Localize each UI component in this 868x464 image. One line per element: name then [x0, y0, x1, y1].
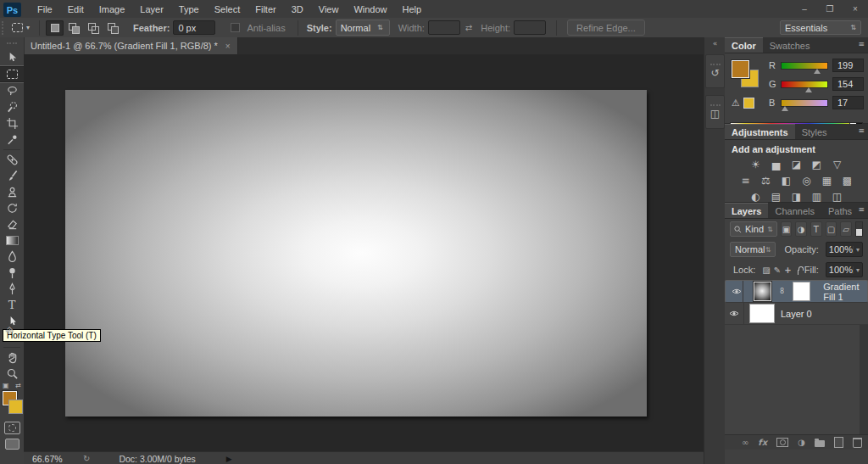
minimize-button[interactable]: – — [792, 4, 817, 14]
tab-swatches[interactable]: Swatches — [763, 38, 817, 53]
selective-color-icon[interactable]: ◫ — [830, 190, 844, 203]
levels-icon[interactable]: ▅ — [769, 158, 783, 171]
horizontal-type-tool[interactable]: T — [1, 297, 23, 313]
blend-mode-select[interactable]: Normal ⇅ — [730, 242, 776, 257]
visibility-toggle[interactable] — [725, 303, 744, 324]
black-white-icon[interactable]: ◧ — [779, 174, 793, 187]
brightness-contrast-icon[interactable]: ☀ — [748, 158, 763, 171]
panel-menu-icon[interactable]: ≡ — [858, 40, 865, 48]
red-slider[interactable] — [781, 62, 828, 70]
lock-transparency-icon[interactable]: ▨ — [762, 266, 770, 275]
menu-view[interactable]: View — [311, 4, 347, 14]
eraser-tool[interactable] — [1, 216, 23, 232]
close-tab-icon[interactable]: × — [225, 42, 231, 51]
color-lookup-icon[interactable]: ▩ — [840, 174, 854, 187]
layer-name[interactable]: Gradient Fill 1 — [823, 282, 863, 302]
selection-mode-subtract-button[interactable] — [85, 20, 103, 36]
lock-pixels-icon[interactable]: ✎ — [774, 266, 781, 275]
link-layers-icon[interactable]: ∞ — [742, 438, 748, 447]
selection-mode-add-button[interactable] — [65, 20, 83, 36]
eyedropper-tool[interactable] — [1, 131, 23, 148]
menu-edit[interactable]: Edit — [60, 4, 92, 14]
blur-tool[interactable] — [1, 249, 23, 265]
default-colors-icon[interactable]: ▣ — [3, 382, 9, 389]
visibility-toggle[interactable] — [730, 281, 743, 302]
background-color-swatch[interactable] — [8, 400, 23, 414]
menu-help[interactable]: Help — [395, 4, 430, 14]
pen-tool[interactable] — [1, 281, 23, 297]
height-input[interactable] — [514, 20, 546, 35]
filter-shape-layers-icon[interactable]: ▢ — [826, 221, 837, 237]
document-tab[interactable]: Untitled-1 @ 66.7% (Gradient Fill 1, RGB… — [24, 37, 238, 54]
panel-menu-icon[interactable]: ≡ — [858, 126, 865, 135]
posterize-icon[interactable]: ▤ — [769, 190, 783, 203]
menu-image[interactable]: Image — [92, 4, 133, 14]
exposure-icon[interactable]: ◩ — [810, 158, 824, 171]
status-options-arrow[interactable]: ▶ — [226, 455, 232, 463]
filter-pixel-layers-icon[interactable]: ▣ — [781, 221, 793, 237]
filter-kind-select[interactable]: Kind ⇅ — [730, 221, 777, 237]
tab-layers[interactable]: Layers — [725, 203, 768, 218]
menu-window[interactable]: Window — [346, 4, 394, 14]
menu-3d[interactable]: 3D — [284, 4, 311, 14]
selection-mode-new-button[interactable] — [46, 20, 64, 36]
menu-file[interactable]: File — [30, 4, 60, 14]
blue-slider[interactable] — [781, 99, 828, 107]
photo-filter-icon[interactable]: ◎ — [799, 174, 814, 187]
lasso-tool[interactable] — [1, 83, 23, 99]
green-slider[interactable] — [781, 81, 828, 88]
menu-filter[interactable]: Filter — [248, 4, 283, 14]
layer-thumbnail[interactable] — [749, 304, 775, 323]
add-layer-mask-icon[interactable] — [776, 438, 788, 447]
zoom-tool[interactable] — [1, 366, 23, 382]
lock-all-icon[interactable] — [798, 270, 798, 275]
brush-tool[interactable] — [1, 168, 23, 184]
spot-healing-brush-tool[interactable] — [1, 152, 23, 168]
gamut-warning-icon[interactable]: ⚠ — [732, 98, 740, 109]
width-input[interactable] — [428, 20, 460, 35]
layer-row-gradient-fill[interactable]: 8 Gradient Fill 1 — [725, 280, 868, 303]
new-group-icon[interactable] — [815, 439, 825, 447]
history-panel-button[interactable]: ↺ — [705, 54, 725, 88]
move-tool[interactable] — [1, 49, 23, 65]
zoom-level-field[interactable]: 66.67% — [32, 454, 75, 464]
clone-stamp-tool[interactable] — [1, 184, 23, 200]
invert-icon[interactable]: ◐ — [748, 190, 763, 203]
restore-button[interactable]: ❐ — [817, 4, 843, 14]
gradient-tool[interactable] — [1, 232, 23, 249]
history-brush-tool[interactable] — [1, 200, 23, 216]
screen-mode-button[interactable] — [1, 436, 23, 452]
opacity-field[interactable]: 100% ▾ — [826, 242, 863, 257]
close-button[interactable]: × — [843, 4, 868, 14]
threshold-icon[interactable]: ◨ — [789, 190, 804, 203]
gradient-fill-thumbnail[interactable] — [754, 282, 771, 301]
menu-type[interactable]: Type — [171, 4, 207, 14]
selection-mode-intersect-button[interactable] — [104, 20, 122, 36]
menu-layer[interactable]: Layer — [132, 4, 171, 14]
layer-filtering-toggle[interactable] — [855, 221, 863, 237]
lock-position-icon[interactable]: + — [784, 266, 791, 275]
swap-dimensions-icon[interactable]: ⇄ — [465, 23, 472, 32]
quick-mask-button[interactable] — [1, 420, 23, 436]
refine-edge-button[interactable]: Refine Edge... — [567, 20, 645, 36]
new-layer-icon[interactable] — [834, 437, 843, 448]
tool-preset-picker[interactable]: ▾ — [8, 23, 34, 32]
vibrance-icon[interactable]: ▽ — [830, 158, 844, 171]
panel-menu-icon[interactable]: ≡ — [858, 205, 865, 214]
filter-adjustment-layers-icon[interactable]: ◑ — [795, 221, 807, 237]
layer-style-fx-icon[interactable]: fx — [758, 438, 767, 447]
blue-slider-thumb[interactable] — [782, 106, 788, 111]
tab-channels[interactable]: Channels — [768, 204, 821, 218]
filter-type-layers-icon[interactable]: T — [810, 221, 822, 237]
properties-panel-button[interactable]: ◫ — [705, 95, 725, 129]
gradient-map-icon[interactable]: ▥ — [810, 190, 824, 203]
new-adjustment-layer-icon[interactable]: ◑ — [798, 438, 805, 447]
fill-field[interactable]: 100% ▾ — [826, 262, 863, 277]
curves-icon[interactable]: ◪ — [789, 158, 804, 171]
dodge-tool[interactable] — [1, 265, 23, 281]
workspace-switcher[interactable]: Essentials ⇅ — [780, 20, 861, 35]
document-canvas[interactable] — [65, 90, 647, 416]
hand-tool[interactable] — [1, 349, 23, 366]
tab-paths[interactable]: Paths — [821, 204, 859, 218]
layer-name[interactable]: Layer 0 — [781, 309, 812, 319]
